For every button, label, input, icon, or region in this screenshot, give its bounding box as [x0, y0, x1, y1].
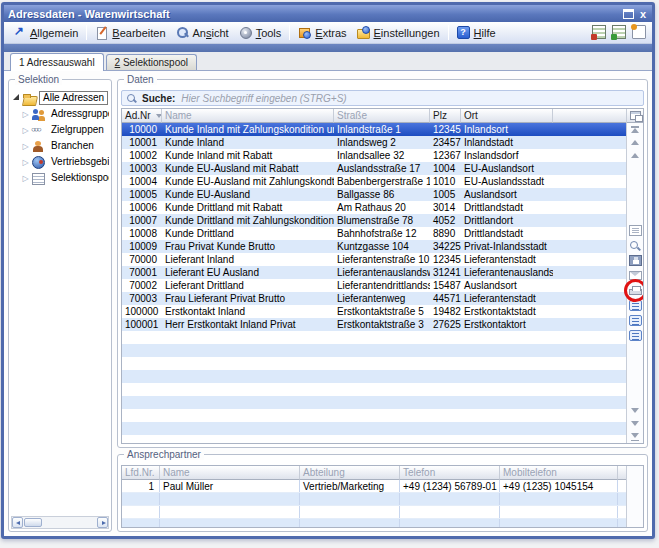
sidebar-item-vertriebsgebiete[interactable]: ▷Vertriebsgebiete — [11, 154, 109, 170]
sidebar-item-branchen[interactable]: ▷Branchen — [11, 138, 109, 154]
tab-strip: 1 Adressauswahl2 Selektionspool — [4, 52, 652, 71]
table-row[interactable]: 70003Frau Lieferant Privat BruttoLiefera… — [122, 292, 626, 305]
tree-expander-closed-icon[interactable]: ▷ — [21, 158, 30, 167]
mail-icon — [629, 271, 642, 280]
tree-expander-open-icon[interactable] — [13, 94, 19, 100]
selection-list-button[interactable] — [629, 315, 642, 327]
folder-open-icon — [22, 92, 37, 105]
empty-row[interactable] — [122, 357, 626, 370]
selection-list-button[interactable] — [629, 330, 642, 342]
menu-einstellungen[interactable]: Einstellungen — [352, 24, 445, 41]
table-row[interactable]: 10001Kunde InlandInlandsweg 223457Inland… — [122, 136, 626, 149]
table-row[interactable]: 10005Kunde EU-AuslandBallgasse 861005Aus… — [122, 188, 626, 201]
scroll-top-icon[interactable] — [631, 126, 639, 133]
sidebar-item-adressgruppen[interactable]: ▷Adressgruppen — [11, 106, 109, 122]
table-row[interactable]: 70000Lieferant InlandLieferantenstraße 1… — [122, 253, 626, 266]
menu-extras[interactable]: Extras — [293, 24, 351, 41]
menu-hilfe[interactable]: Hilfe — [452, 24, 501, 41]
column-header-name[interactable]: Name — [160, 466, 300, 480]
tab-2-selektionspool[interactable]: 2 Selektionspool — [106, 54, 197, 70]
empty-row[interactable] — [122, 331, 626, 344]
cell: Inlandsallee 32 — [334, 149, 430, 162]
empty-row[interactable] — [122, 493, 626, 506]
table-row[interactable]: 10007Kunde Drittland mit Zahlungskonditi… — [122, 214, 626, 227]
search-input[interactable]: Suche: Hier Suchbegriff eingeben (STRG+S… — [121, 90, 644, 106]
table-row[interactable]: 10006Kunde Drittland mit RabattAm Rathau… — [122, 201, 626, 214]
close-window-icon[interactable]: x — [640, 9, 646, 19]
column-header-plz[interactable]: Plz — [430, 109, 461, 123]
contact-card-button[interactable] — [629, 225, 642, 237]
table-row[interactable]: 10002Kunde Inland mit RabattInlandsallee… — [122, 149, 626, 162]
scroll-right-icon[interactable] — [97, 517, 108, 528]
empty-row[interactable] — [122, 370, 626, 383]
menu-ansicht[interactable]: Ansicht — [171, 24, 234, 41]
empty-row[interactable] — [122, 409, 626, 422]
table-row[interactable]: 10009Frau Privat Kunde BruttoKuntzgasse … — [122, 240, 626, 253]
tree-expander-closed-icon[interactable]: ▷ — [21, 126, 30, 135]
table-row[interactable]: 70001Lieferant EU AuslandLieferantenausl… — [122, 266, 626, 279]
new-document-icon[interactable] — [632, 25, 646, 39]
cell: Auslandsort — [461, 188, 553, 201]
page-up-icon[interactable] — [631, 152, 639, 159]
mail-button[interactable] — [629, 270, 642, 282]
page-down-icon[interactable] — [631, 407, 639, 414]
tree-expander-closed-icon[interactable]: ▷ — [21, 174, 30, 183]
cell: Drittlandstadt — [461, 201, 553, 214]
scroll-left-icon[interactable] — [12, 517, 23, 528]
cell: 10004 — [122, 175, 162, 188]
table-row[interactable]: 10003Kunde EU-Ausland mit RabattAuslands… — [122, 162, 626, 175]
window-title: Adressdaten - Warenwirtschaft — [8, 8, 623, 20]
row-down-icon[interactable] — [631, 420, 639, 427]
sidebar-item-alle-adressen[interactable]: Alle Adressen — [11, 90, 109, 106]
cell: Erstkontakt Inland — [162, 305, 334, 318]
title-bar[interactable]: Adressdaten - Warenwirtschaft x — [4, 5, 652, 22]
menu-tools[interactable]: Tools — [234, 24, 287, 41]
restore-window-icon[interactable] — [623, 9, 634, 19]
horizontal-scrollbar[interactable] — [11, 516, 109, 529]
menu-bearbeiten[interactable]: Bearbeiten — [90, 24, 170, 41]
table-row[interactable]: 10004Kunde EU-Ausland mit Zahlungskondti… — [122, 175, 626, 188]
menu-allgemein[interactable]: Allgemein — [8, 24, 83, 41]
table-row[interactable]: 10008Kunde DrittlandBahnhofstraße 128890… — [122, 227, 626, 240]
empty-row[interactable] — [122, 422, 626, 435]
column-header-telefon[interactable]: Telefon — [400, 466, 500, 480]
column-chooser-button[interactable] — [627, 109, 643, 123]
table-export-red-icon[interactable] — [592, 25, 606, 39]
column-header-name[interactable]: Name — [162, 109, 334, 123]
column-header-abteilung[interactable]: Abteilung — [300, 466, 400, 480]
table-row[interactable]: 10000Kunde Inland mit Zahlungskondition … — [122, 123, 626, 136]
table-row[interactable]: 70002Lieferant DrittlandLieferantendritt… — [122, 279, 626, 292]
column-header-stra-e[interactable]: Straße — [334, 109, 430, 123]
save-button[interactable] — [629, 255, 642, 267]
table-export-green-icon[interactable] — [612, 25, 626, 39]
table-row[interactable]: 1Paul MüllerVertrieb/Marketing+49 (1234)… — [122, 480, 626, 493]
scrollbar-thumb[interactable] — [24, 518, 42, 527]
row-up-icon[interactable] — [631, 139, 639, 146]
tree-expander-closed-icon[interactable]: ▷ — [21, 142, 30, 151]
scroll-bottom-icon[interactable] — [631, 433, 639, 440]
menu-separator — [86, 25, 87, 40]
column-header-ort[interactable]: Ort — [461, 109, 553, 123]
tree-item-label: Branchen — [48, 140, 97, 152]
empty-row[interactable] — [122, 506, 626, 519]
column-header-ad-nr[interactable]: Ad.Nr — [122, 109, 162, 123]
tree-expander-closed-icon[interactable]: ▷ — [21, 110, 30, 119]
table-row[interactable]: 100001Herr Erstkontakt Inland PrivatErst… — [122, 318, 626, 331]
search-button[interactable] — [629, 240, 642, 252]
search-label: Suche: — [142, 93, 175, 104]
column-header-mobiltelefon[interactable]: Mobiltelefon — [500, 466, 618, 480]
empty-row[interactable] — [122, 383, 626, 396]
sidebar-item-zielgruppen[interactable]: ▷Zielgruppen — [11, 122, 109, 138]
empty-row[interactable] — [122, 519, 626, 527]
table-row[interactable]: 100000Erstkontakt InlandErstkontaktstraß… — [122, 305, 626, 318]
print-button[interactable] — [629, 285, 642, 297]
empty-row[interactable] — [122, 396, 626, 409]
cell: Am Rathaus 20 — [334, 201, 430, 214]
menu-separator — [289, 25, 290, 40]
empty-row[interactable] — [122, 344, 626, 357]
column-header-lfd-nr-[interactable]: Lfd.Nr. — [122, 466, 160, 480]
tab-1-adressauswahl[interactable]: 1 Adressauswahl — [10, 53, 104, 71]
sidebar-item-selektionspools[interactable]: ▷Selektionspools — [11, 170, 109, 186]
empty-row[interactable] — [122, 435, 626, 443]
selection-list-button[interactable] — [629, 300, 642, 312]
